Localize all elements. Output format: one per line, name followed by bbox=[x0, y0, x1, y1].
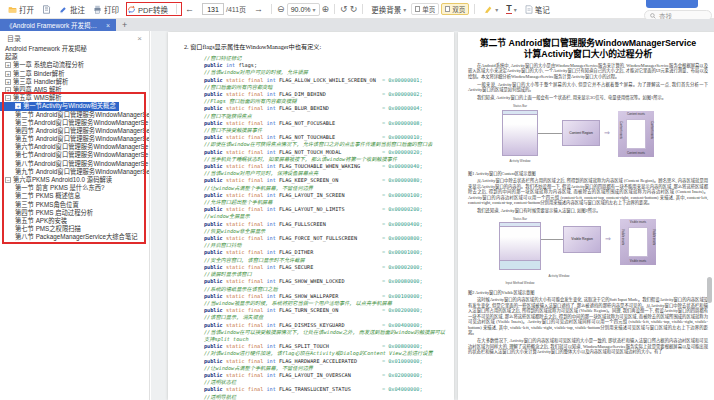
code-block: //窗口特征标记public int flags;//当该window对用户可见… bbox=[204, 55, 446, 400]
sidebar-item[interactable]: 第五节 Android窗口管理服务WindowManagerSe bbox=[0, 135, 150, 143]
annotate-button[interactable]: 批注 bbox=[56, 2, 88, 17]
code-line: public static final int FLAG_FORCE_NOT_F… bbox=[204, 235, 446, 242]
chevron-down-icon: ▾ bbox=[313, 6, 316, 13]
code-line: public static final int FLAG_NOT_FOCUSAB… bbox=[204, 120, 446, 127]
sidebar-item[interactable]: +第四章 AMS 解析 bbox=[0, 86, 65, 94]
expand-icon[interactable]: + bbox=[15, 103, 21, 109]
collapse-icon[interactable]: − bbox=[5, 177, 11, 183]
figure-label-inset-bottom: Content insets bbox=[618, 151, 654, 155]
zoom-level-dropdown[interactable]: 90.0% ▾ bbox=[287, 3, 320, 16]
insert-text-button[interactable]: T ▾ bbox=[503, 2, 520, 17]
expand-icon[interactable]: + bbox=[5, 87, 11, 93]
single-page-icon bbox=[415, 6, 420, 12]
page-total-label: /411页 bbox=[226, 4, 246, 14]
sidebar-item[interactable]: 第八节Android窗口管理服务WindowManagerSe bbox=[0, 160, 150, 168]
sidebar-item[interactable]: 第四节 Android窗口管理服务WindowManagerSe bbox=[0, 127, 150, 135]
highlighter-button[interactable]: ▾ bbox=[480, 2, 501, 17]
sidebar-item-label: 第六章PKMS Android10.0 源码解读 bbox=[13, 176, 112, 184]
collapse-icon[interactable]: − bbox=[5, 95, 11, 101]
sidebar-item[interactable]: +第一章 系统启动流程分析 bbox=[0, 61, 87, 69]
sidebar-close-icon[interactable]: × bbox=[137, 34, 142, 43]
background-menu-button[interactable]: 更换背景 ▾ bbox=[368, 2, 409, 17]
sidebar-item[interactable]: 第八节 PackageManagerService大综合笔记 bbox=[0, 233, 140, 241]
sidebar-item[interactable]: −第五章 WMS解析 bbox=[0, 94, 65, 102]
code-line: public static final int FLAG_BLUR_BEHIND… bbox=[204, 105, 446, 112]
article-paragraph: 从Activity窗口中除去状态栏所占用的区域之后, 所得到的区域就称为内容区域… bbox=[468, 178, 708, 206]
code-line: public int flags; bbox=[204, 62, 446, 69]
save-icon bbox=[42, 5, 51, 14]
next-page-button[interactable]: → bbox=[251, 4, 266, 14]
sidebar-item[interactable]: 第三节 PKMS角色位置 bbox=[0, 201, 82, 209]
zoom-in-icon[interactable]: ⊕ bbox=[322, 5, 330, 14]
sidebar-item[interactable]: 起源 bbox=[0, 53, 21, 61]
code-comment-line: //当该window在可以接受触摸屏情况下, 让处在该window之外, 而发送… bbox=[204, 329, 446, 343]
prev-page-button[interactable]: ← bbox=[182, 4, 197, 14]
article-paragraph: 我们还知道, Activity窗口有时候需要显示输入法窗口, 如图2所示。 bbox=[468, 208, 708, 214]
page-number-input[interactable]: 131 bbox=[202, 3, 224, 15]
code-line: public static final int FLAG_TRANSLUCENT… bbox=[204, 386, 446, 393]
code-comment-line: //让window占满整个手机屏幕, 不留任何边界 bbox=[204, 185, 446, 192]
figure-2: Status Bar Activity Window Input Method … bbox=[468, 217, 708, 287]
sidebar-item[interactable]: +第三章 Handler解析 bbox=[0, 78, 71, 86]
figure-content-insets-frame: Content insets Content insets Content in… bbox=[618, 111, 654, 157]
figure-label-status-bar: Status Bar bbox=[502, 104, 538, 108]
sidebar-item-label: Android Framework 开发揭秘 bbox=[5, 45, 87, 53]
sidebar-item-label: 第二节 Android窗口管理服务WindowManagerSe bbox=[15, 111, 150, 119]
article: 第二节 Android窗口管理服务WindowManagerService 计算… bbox=[458, 32, 714, 355]
code-comment-line: //当手机处于睡眠状态时, 如果屏幕被按下, 那么该window将第一个收到触摸… bbox=[204, 156, 446, 163]
code-line: public static final int FLAG_SPLIT_TOUCH… bbox=[204, 343, 446, 350]
pdf-convert-icon bbox=[127, 5, 136, 14]
sidebar-item[interactable]: 第二节 Android窗口管理服务WindowManagerSe bbox=[0, 111, 150, 119]
figure-label-inset-top: Visible insets bbox=[620, 220, 656, 224]
sidebar-item[interactable]: 第三节Android窗口管理服务WindowManagerSe bbox=[0, 119, 150, 127]
single-page-toggle[interactable]: 单页 bbox=[411, 3, 439, 15]
code-comment-line: //锁屏时显示该窗口 bbox=[204, 271, 446, 278]
save-button[interactable] bbox=[39, 2, 54, 17]
sidebar-item-label: 第三章 Handler解析 bbox=[13, 78, 68, 86]
double-page-toggle[interactable]: 双页 bbox=[441, 3, 469, 15]
sidebar-item[interactable]: 第六节Android窗口管理服务WindowManagerSe bbox=[0, 143, 150, 151]
expand-icon[interactable]: + bbox=[5, 79, 11, 85]
article-paragraph: 在Android系统中, Activity窗口的大小是由WindowManage… bbox=[468, 63, 708, 80]
tab-close-icon[interactable]: × bbox=[106, 22, 110, 29]
scrollbar-thumb[interactable] bbox=[707, 277, 712, 303]
search-icon bbox=[650, 13, 656, 19]
sidebar-item[interactable]: Android Framework 开发揭秘 bbox=[0, 45, 90, 53]
code-comment-line: //允许窗口超出整个手机屏幕 bbox=[204, 199, 446, 206]
rotate-left-icon[interactable]: ↺ bbox=[340, 5, 348, 14]
rotate-right-icon[interactable]: ↻ bbox=[350, 5, 358, 14]
sidebar-item[interactable]: 第四节 PKMS 启动过程分析 bbox=[0, 209, 96, 217]
new-tab-button[interactable]: + bbox=[116, 19, 133, 31]
document-viewport[interactable]: 2. 窗口flags显示属性在WindowManager中也有定义: //窗口特… bbox=[151, 31, 714, 400]
zoom-out-icon[interactable]: ⊖ bbox=[277, 5, 285, 14]
sidebar-item-label: 第二节 PKMS 概述信息 bbox=[15, 192, 80, 200]
open-button[interactable]: 打开 bbox=[5, 2, 37, 17]
sidebar-item[interactable]: +第二章 Binder解析 bbox=[0, 70, 67, 78]
sidebar-item[interactable]: 第七节 PMS之权限扫描 bbox=[0, 225, 84, 233]
page-number-group: 131 /411页 bbox=[199, 1, 249, 17]
sidebar-item[interactable]: 第九节 Android窗口管理服务WindowManagerSe bbox=[0, 168, 150, 176]
expand-icon[interactable]: + bbox=[5, 71, 11, 77]
sidebar-item[interactable]: 第七节Android窗口管理服务WindowManagerSe bbox=[0, 151, 150, 159]
sidebar-item[interactable]: 第五节 APK的安装 bbox=[0, 217, 70, 225]
top-right-cut-button[interactable] bbox=[646, 0, 698, 8]
code-line: public static final int FLAG_HARDWARE_AC… bbox=[204, 358, 446, 365]
document-tab-active[interactable]: 《Android Framework 开发揭秘》 × bbox=[0, 19, 116, 31]
sidebar-item[interactable]: −第六章PKMS Android10.0 源码解读 bbox=[0, 176, 115, 184]
note-button[interactable]: 笔记 bbox=[522, 2, 553, 17]
sidebar-item[interactable]: 第二节 PKMS 概述信息 bbox=[0, 192, 83, 200]
print-button[interactable]: 打印 bbox=[90, 2, 122, 17]
code-comment-line: //系统的墙纸显示在该窗口之后 bbox=[204, 286, 446, 293]
expand-icon[interactable]: + bbox=[5, 62, 11, 68]
sidebar-item[interactable]: 第一节 前言 PKMS 是什么东西? bbox=[0, 184, 108, 192]
sidebar-item[interactable]: +第一节Activity与Window相关概念 bbox=[0, 102, 119, 110]
code-comment-line: //Flags 窗口后面的所有内容都变模糊 bbox=[204, 98, 446, 105]
figure-label-inset-left: Content insets bbox=[619, 121, 623, 147]
sidebar-header: 目录 × bbox=[0, 31, 149, 45]
figure-status-bar-strip bbox=[503, 111, 537, 115]
figure-connector-line bbox=[538, 133, 562, 134]
chevron-down-icon: ▾ bbox=[514, 6, 517, 13]
pdf-convert-button[interactable]: PDF转换 bbox=[124, 2, 171, 17]
print-label: 打印 bbox=[104, 4, 119, 15]
figure-label-inset-bottom: Visible insets bbox=[620, 259, 656, 263]
